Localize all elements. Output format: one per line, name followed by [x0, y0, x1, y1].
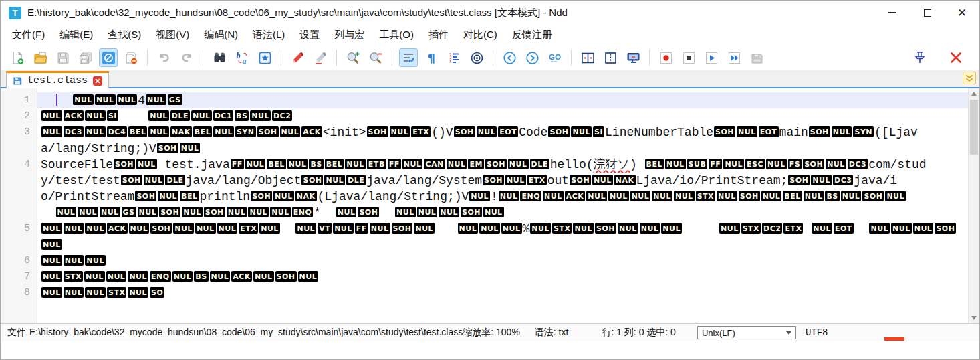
zoom-in-button[interactable] — [344, 48, 362, 67]
scroll-down-button[interactable] — [969, 312, 979, 323]
present-view-button[interactable] — [624, 48, 642, 67]
editor-line[interactable]: NULNULNULSTXNULSO — [37, 285, 968, 301]
tab-close-button[interactable]: ✕ — [93, 76, 102, 86]
editor-row: 7NULSTXNULNULNULENQNULBSNULACKNULSOHNUL — [1, 269, 968, 285]
minimize-button[interactable] — [875, 1, 910, 24]
word-wrap-icon — [402, 51, 416, 65]
open-file-button[interactable] — [31, 48, 49, 67]
control-char-badge: NUL — [259, 223, 280, 234]
close-all-button[interactable] — [122, 48, 140, 67]
goto-line-button[interactable]: GO — [545, 48, 564, 67]
control-char-badge: SI — [107, 110, 118, 121]
clone-view-button[interactable] — [601, 48, 620, 67]
zoom-out-button[interactable] — [366, 48, 385, 67]
eol-select[interactable]: Unix(LF) — [697, 326, 796, 339]
show-symbols-button[interactable]: ¶ — [422, 48, 441, 67]
tab-list-button[interactable] — [963, 72, 976, 84]
play-macro-multi-button[interactable] — [725, 48, 743, 67]
plain-text: Code — [519, 126, 547, 139]
control-char-badge: NUL — [499, 191, 519, 201]
replace-button[interactable]: ba — [233, 48, 251, 67]
forward-button[interactable] — [523, 48, 541, 67]
editor-line[interactable]: NULACKNULSI NULDLENULDC1BSNULDC2 — [37, 108, 968, 124]
save-button[interactable] — [53, 48, 72, 67]
editor-row: 2NULACKNULSI NULDLENULDC1BSNULDC2 — [1, 108, 968, 124]
status-bar: 文件E:\history_bak\code\32_mycode_hundsun\… — [1, 323, 979, 341]
menu-item-edit[interactable]: 编辑(E) — [52, 26, 100, 44]
present-view-icon — [626, 51, 640, 65]
editor-line[interactable]: NULNULNULGSNULSOHNULSOHNULNULNULENQ* NUL… — [37, 205, 968, 221]
editor-line[interactable]: NULSTXNULNULNULENQNULBSNULACKNULSOHNUL — [37, 269, 968, 285]
menu-item-column-macro[interactable]: 列与宏 — [327, 26, 372, 44]
menu-item-language[interactable]: 语法(L) — [245, 26, 292, 44]
editor-line[interactable]: NULNULNULACKNULSOHNULNULNULETXNUL NULVTN… — [37, 221, 968, 237]
editor-line[interactable]: a/lang/String;)VSOHNUL — [37, 141, 968, 157]
menu-item-plugins[interactable]: 插件 — [421, 26, 456, 44]
redo-button[interactable] — [177, 48, 196, 67]
status-encoding[interactable]: UTF8 — [806, 327, 828, 338]
pin-toolbar-button[interactable] — [910, 48, 929, 67]
control-char-badge: NUL — [148, 110, 169, 121]
line-number: 7 — [1, 269, 37, 285]
record-macro-button[interactable] — [656, 48, 675, 67]
menu-item-register[interactable]: 反馈注册 — [505, 26, 560, 44]
control-char-badge: STX — [64, 271, 83, 282]
editor-line[interactable]: SourceFileSOHNUL test.javaFFNULBELNULBSB… — [37, 157, 968, 173]
plain-text: 4 — [138, 94, 145, 107]
editor-line[interactable]: o/PrintStreamSOHNULBELprintlnSOHNULNAK(L… — [37, 189, 968, 205]
clear-marks-button[interactable] — [311, 48, 330, 67]
scrollbar-track[interactable] — [969, 155, 979, 312]
stop-macro-button[interactable] — [679, 48, 698, 67]
editor-row: 3NULDC3NULDC4BELNULNAKBELNULSYNSOHNULACK… — [1, 124, 968, 141]
new-file-button[interactable] — [8, 48, 27, 67]
editor-line[interactable]: NULNULNUL — [37, 253, 968, 269]
text-mode-button[interactable] — [99, 48, 118, 67]
control-char-badge: NUL — [336, 207, 357, 217]
control-char-badge: ETB — [367, 159, 386, 169]
menu-item-settings[interactable]: 设置 — [292, 26, 327, 44]
close-toolbar-button[interactable] — [947, 48, 965, 67]
menu-item-file[interactable]: 文件(F) — [5, 26, 52, 44]
control-char-badge: NUL — [439, 207, 459, 217]
split-view-button[interactable] — [578, 48, 597, 67]
menu-item-compare[interactable]: 对比(C) — [456, 26, 505, 44]
find-button[interactable] — [210, 48, 229, 67]
menu-item-search[interactable]: 查找(S) — [100, 26, 148, 44]
whitespace — [281, 222, 295, 236]
control-char-badge: DLE — [170, 110, 190, 121]
control-char-badge: ENQ — [150, 271, 171, 282]
vertical-scrollbar[interactable] — [968, 88, 979, 323]
editor-line-current[interactable]: NULNULNUL4NULGS — [37, 92, 968, 108]
control-char-badge: SOH — [114, 159, 135, 169]
indent-guide-button[interactable] — [445, 48, 463, 67]
menu-item-tools[interactable]: 工具(O) — [372, 26, 421, 44]
scrollbar-thumb[interactable] — [970, 100, 978, 155]
word-wrap-button[interactable] — [399, 48, 418, 67]
back-button[interactable] — [500, 48, 519, 67]
bookmark-button[interactable] — [255, 48, 274, 67]
mark-button[interactable] — [288, 48, 307, 67]
control-char-badge: SOH — [788, 175, 810, 185]
editor-area[interactable]: 1 NULNULNUL4NULGS2NULACKNULSI NULDLENULD… — [1, 88, 979, 323]
editor-line[interactable]: NUL — [37, 237, 968, 253]
editor-line[interactable]: NULDC3NULDC4BELNULNAKBELNULSYNSOHNULACK<… — [37, 124, 968, 141]
control-char-badge: NUL — [78, 207, 98, 217]
control-char-badge: NUL — [737, 126, 757, 137]
play-macro-button[interactable] — [702, 48, 721, 67]
new-file-icon — [11, 51, 25, 65]
save-all-button[interactable] — [76, 48, 95, 67]
tab-test-class[interactable]: test.class ✕ — [6, 71, 109, 88]
menu-item-view[interactable]: 视图(V) — [148, 26, 197, 44]
control-char-badge: ETX — [239, 223, 258, 234]
control-char-badge: NUL — [56, 207, 77, 217]
close-window-button[interactable]: ✕ — [945, 1, 979, 24]
save-macro-button[interactable] — [747, 48, 766, 67]
editor-line[interactable]: y/test/testSOHNULDLEjava/lang/ObjectSOHN… — [37, 173, 968, 189]
locate-button[interactable] — [467, 48, 486, 67]
menu-item-encoding[interactable]: 编码(N) — [197, 26, 245, 44]
maximize-button[interactable] — [910, 1, 945, 24]
menu-bar: 文件(F)编辑(E)查找(S)视图(V)编码(N)语法(L)设置列与宏工具(O)… — [1, 25, 979, 45]
control-char-badge: NUL — [64, 255, 84, 266]
scroll-up-button[interactable] — [969, 88, 979, 99]
undo-button[interactable] — [154, 48, 173, 67]
